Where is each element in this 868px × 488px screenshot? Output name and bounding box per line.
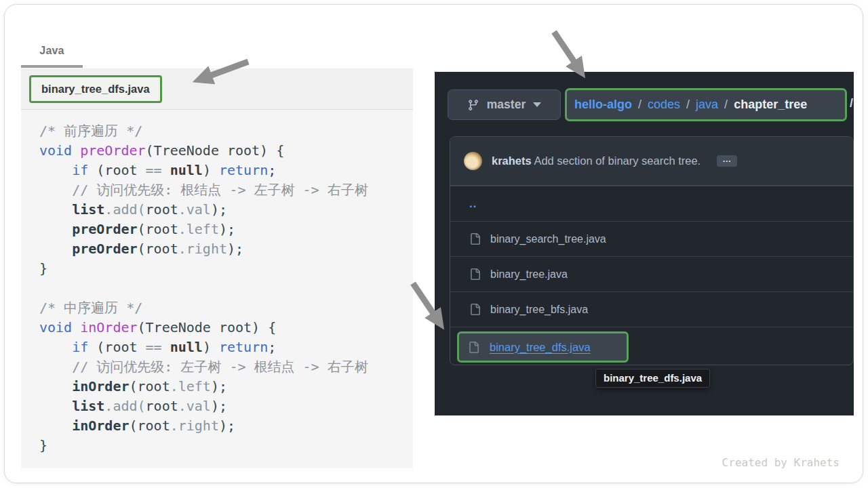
breadcrumb-java-link[interactable]: java [696, 98, 718, 112]
file-icon [469, 233, 481, 245]
code-block-header: binary_tree_dfs.java [21, 68, 413, 110]
file-name-link: binary_search_tree.java [490, 233, 606, 245]
git-branch-icon [467, 99, 479, 111]
branch-selector-button[interactable]: master [448, 89, 561, 120]
tab-java[interactable]: Java [21, 34, 83, 68]
code-line: if (root == null) return; [39, 338, 413, 357]
breadcrumb-repo-link[interactable]: hello-algo [574, 98, 632, 112]
page-card: Java binary_tree_dfs.java /* 前序遍历 */void… [4, 4, 863, 483]
commit-message-link[interactable]: Add section of binary search tree. [534, 155, 701, 167]
breadcrumb-separator: / [686, 98, 690, 112]
tab-java-label: Java [39, 45, 64, 57]
credit-text: Created by Krahets [722, 456, 840, 469]
file-name-link[interactable]: binary_tree_dfs.java [490, 341, 591, 354]
parent-directory-row[interactable]: .. [450, 186, 853, 221]
table-row[interactable]: binary_search_tree.java [450, 221, 853, 256]
code-block: /* 前序遍历 */void preOrder(TreeNode root) {… [21, 110, 413, 468]
code-filename-chip: binary_tree_dfs.java [29, 75, 162, 103]
code-line: list.add(root.val); [39, 200, 413, 220]
avatar [464, 152, 482, 170]
parent-directory-link: .. [469, 197, 477, 211]
code-line: /* 前序遍历 */ [39, 121, 413, 141]
code-line: } [39, 436, 413, 455]
breadcrumb: hello-algo / codes / java / chapter_tree [565, 88, 847, 121]
code-line: inOrder(root.right); [39, 416, 413, 436]
file-icon [469, 268, 481, 280]
table-row[interactable]: binary_tree_bfs.java [450, 291, 853, 327]
code-line: preOrder(root.right); [39, 239, 413, 259]
link-tooltip: binary_tree_dfs.java [595, 369, 710, 388]
breadcrumb-separator: / [638, 98, 642, 112]
commit-more-button[interactable]: … [717, 155, 737, 167]
code-line: if (root == null) return; [39, 161, 413, 180]
file-icon [469, 304, 481, 315]
commit-text: krahets Add section of binary search tre… [492, 155, 701, 167]
table-row-highlighted[interactable]: binary_tree_dfs.java [450, 327, 853, 365]
code-line: // 访问优先级: 左子树 -> 根结点 -> 右子树 [39, 357, 413, 377]
breadcrumb-codes-link[interactable]: codes [648, 98, 680, 112]
annotation-highlight-box: binary_tree_dfs.java [457, 331, 629, 363]
file-name-link: binary_tree.java [490, 268, 568, 281]
code-line [39, 279, 413, 298]
code-line: list.add(root.val); [39, 396, 413, 416]
latest-commit-row: krahets Add section of binary search tre… [450, 137, 853, 186]
code-filename-label: binary_tree_dfs.java [41, 83, 150, 96]
file-name-link: binary_tree_bfs.java [490, 304, 588, 316]
commit-author-link[interactable]: krahets [492, 155, 532, 167]
file-icon [468, 342, 479, 353]
code-line: // 访问优先级: 根结点 -> 左子树 -> 右子树 [39, 180, 413, 200]
breadcrumb-separator: / [724, 98, 728, 112]
code-line: /* 中序遍历 */ [39, 298, 413, 318]
tab-active-underline [21, 65, 83, 68]
code-line: } [39, 259, 413, 279]
file-list-box: krahets Add section of binary search tre… [450, 136, 854, 365]
branch-name-label: master [487, 98, 526, 112]
table-row[interactable]: binary_tree.java [450, 256, 853, 291]
github-panel: master hello-algo / codes / java / chapt… [435, 72, 854, 415]
breadcrumb-trailing-separator: / [850, 96, 853, 110]
code-line: preOrder(root.left); [39, 220, 413, 239]
chevron-down-icon [533, 102, 541, 107]
code-line: void inOrder(TreeNode root) { [39, 318, 413, 338]
code-line: inOrder(root.left); [39, 377, 413, 396]
code-line: void preOrder(TreeNode root) { [39, 141, 413, 161]
breadcrumb-current-folder: chapter_tree [734, 98, 807, 112]
